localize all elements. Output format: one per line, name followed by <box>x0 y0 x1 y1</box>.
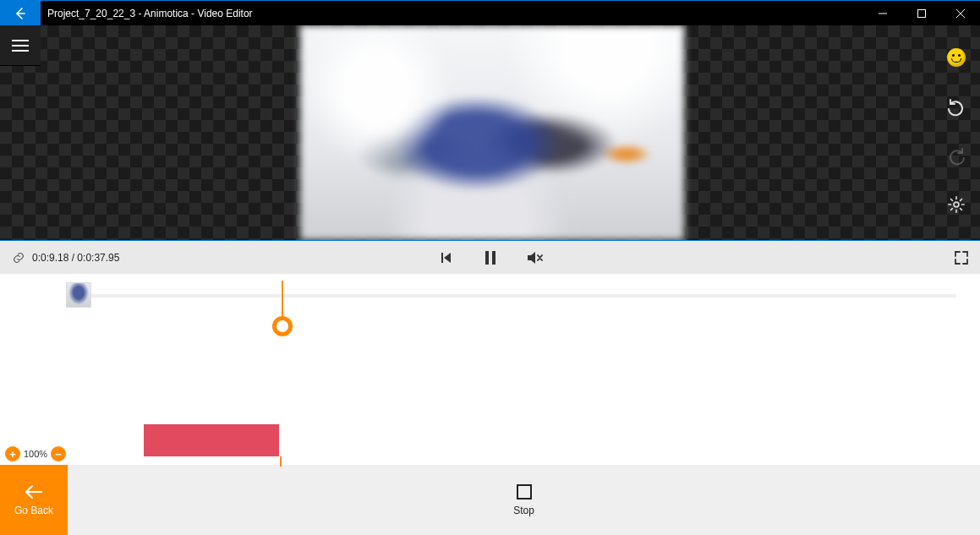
undo-icon <box>946 96 966 117</box>
arrow-left-icon <box>25 484 43 500</box>
playhead-tick <box>280 456 282 467</box>
link-icon <box>12 251 25 265</box>
redo-icon <box>946 145 966 166</box>
go-back-button[interactable]: Go Back <box>0 465 68 535</box>
emoji-icon <box>947 48 966 67</box>
window-title: Project_7_20_22_3 - Animotica - Video Ed… <box>41 1 260 25</box>
svg-rect-2 <box>485 251 489 265</box>
link-time-button[interactable] <box>8 248 29 268</box>
clip-thumbnail[interactable] <box>66 282 91 308</box>
bottom-bar: Go Back Stop <box>0 465 980 535</box>
go-back-label: Go Back <box>14 505 53 516</box>
maximize-button[interactable] <box>902 1 941 25</box>
side-toolbar <box>936 41 977 221</box>
playback-time: 0:0:9.18 / 0:0:37.95 <box>32 252 119 264</box>
mute-button[interactable] <box>524 248 545 268</box>
gear-icon <box>947 195 966 214</box>
emoji-button[interactable] <box>939 41 973 74</box>
recording-clip[interactable] <box>144 424 279 456</box>
back-button[interactable] <box>0 1 41 25</box>
playback-bar: 0:0:9.18 / 0:0:37.95 <box>0 240 980 274</box>
playhead-handle[interactable] <box>272 316 293 336</box>
fullscreen-button[interactable] <box>951 248 972 268</box>
prev-frame-button[interactable] <box>436 248 457 268</box>
timeline[interactable]: + 100% − <box>0 274 980 465</box>
mute-icon <box>526 250 543 265</box>
stop-label: Stop <box>513 505 534 516</box>
zoom-value: 100% <box>24 449 47 459</box>
stop-icon <box>517 484 532 500</box>
preview-area <box>0 25 980 240</box>
fullscreen-icon <box>954 250 969 265</box>
pause-button[interactable] <box>480 248 501 268</box>
video-preview[interactable] <box>300 25 684 240</box>
svg-point-1 <box>954 202 959 207</box>
hamburger-icon <box>12 40 29 52</box>
settings-button[interactable] <box>939 188 973 221</box>
zoom-controls: + 100% − <box>5 446 66 461</box>
minimize-icon <box>879 9 887 18</box>
svg-rect-0 <box>918 9 926 17</box>
minimize-button[interactable] <box>863 1 902 25</box>
zoom-in-button[interactable]: + <box>5 446 20 461</box>
close-button[interactable] <box>941 1 980 25</box>
close-icon <box>956 9 965 18</box>
timeline-track[interactable] <box>66 294 956 298</box>
svg-rect-3 <box>492 251 495 265</box>
titlebar-spacer <box>260 1 863 25</box>
stop-button[interactable]: Stop <box>513 484 534 516</box>
maximize-icon <box>917 9 926 18</box>
undo-button[interactable] <box>939 90 973 123</box>
title-bar: Project_7_20_22_3 - Animotica - Video Ed… <box>0 0 980 25</box>
arrow-left-icon <box>14 7 27 20</box>
menu-button[interactable] <box>0 25 41 66</box>
pause-icon <box>485 251 496 265</box>
redo-button[interactable] <box>939 139 973 172</box>
skip-back-icon <box>439 250 454 265</box>
zoom-out-button[interactable]: − <box>51 446 66 461</box>
